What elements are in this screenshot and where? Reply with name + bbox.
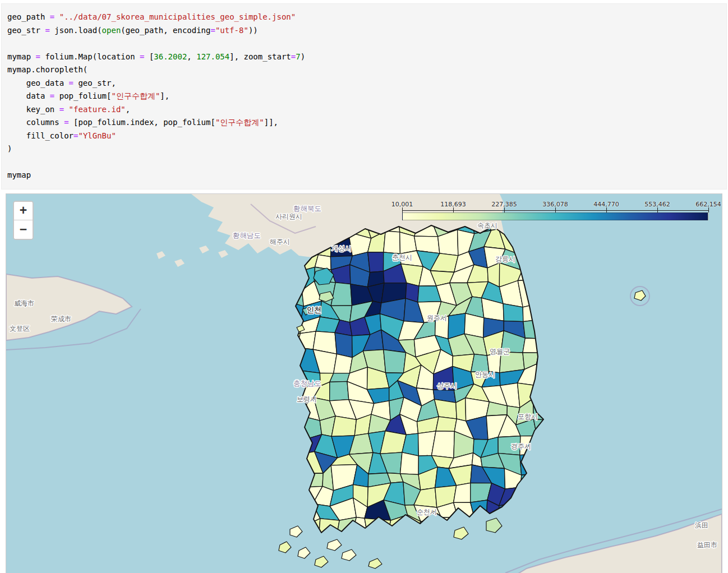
- code-line: key_on = "feature.id",: [7, 103, 721, 117]
- map-label: 원주시: [427, 314, 447, 322]
- map-label: 文登区: [10, 325, 30, 332]
- municipality-region[interactable]: [431, 431, 454, 458]
- code-line: geo_data = geo_str,: [7, 77, 721, 90]
- map-label: 상주시: [437, 382, 457, 390]
- code-line: [7, 37, 721, 50]
- map-output[interactable]: 황해북도사리원시황해남도해주시개성시속초시춘천시강릉시인천원주시威海市荣成市文登…: [6, 193, 722, 573]
- municipality-region[interactable]: [330, 381, 349, 400]
- code-line: [7, 156, 721, 169]
- map-label: 춘천시: [392, 253, 412, 261]
- municipality-region[interactable]: [464, 313, 484, 337]
- code-line: columns = [pop_folium.index, pop_folium[…: [7, 116, 721, 130]
- municipality-region[interactable]: [471, 354, 489, 372]
- map-label: 荣成市: [51, 315, 71, 323]
- code-line: geo_str = json.load(open(geo_path, encod…: [7, 24, 721, 38]
- zoom-control: + −: [13, 201, 34, 240]
- map-label: 해주시: [270, 238, 290, 246]
- map-label: 충청남도: [293, 379, 321, 387]
- notebook-page: geo_path = "../data/07_skorea_municipali…: [0, 3, 728, 573]
- municipality-region[interactable]: [334, 354, 352, 373]
- map-label: 순천시: [417, 508, 437, 516]
- map-label: 인천: [307, 306, 321, 314]
- map-label: 강릉시: [495, 255, 515, 263]
- code-line: geo_path = "../data/07_skorea_municipali…: [7, 11, 721, 24]
- zoom-out-button[interactable]: −: [14, 220, 33, 239]
- map-label: 포항시: [518, 413, 538, 420]
- municipality-region[interactable]: [368, 252, 384, 272]
- map-label: 사리원시: [275, 212, 302, 220]
- municipality-region[interactable]: [330, 373, 349, 382]
- municipality-region[interactable]: [503, 303, 523, 321]
- code-line: mymap: [7, 169, 721, 182]
- zoom-in-button[interactable]: +: [14, 202, 33, 220]
- municipality-region[interactable]: [384, 231, 400, 254]
- map-label: 개성시: [331, 244, 352, 252]
- map-label: 益田市: [697, 541, 717, 549]
- municipality-region[interactable]: [454, 483, 471, 502]
- code-cell[interactable]: geo_path = "../data/07_skorea_municipali…: [1, 3, 727, 190]
- code-line: mymap = folium.Map(location = [36.2002, …: [7, 50, 721, 64]
- map-label: 황해북도: [293, 204, 321, 212]
- municipality-region[interactable]: [384, 349, 406, 373]
- code-line: mymap.choropleth(: [7, 63, 721, 77]
- map-label: 경주시: [511, 442, 531, 450]
- code-line: fill_color="YlGnBu": [7, 130, 721, 143]
- code-lines: geo_path = "../data/07_skorea_municipali…: [7, 11, 721, 182]
- municipality-region[interactable]: [436, 417, 457, 431]
- code-line: ): [7, 142, 721, 156]
- map-label: 안동시: [475, 371, 495, 378]
- choropleth-legend: 10,001118,693227,385336,078444,770553,46…: [397, 201, 714, 224]
- choropleth-map[interactable]: 황해북도사리원시황해남도해주시개성시속초시춘천시강릉시인천원주시威海市荣成市文登…: [6, 194, 722, 573]
- code-line: data = pop_folium["인구수합계"],: [7, 90, 721, 103]
- map-label: 浜田: [695, 521, 708, 529]
- legend-color-bar: [402, 212, 708, 220]
- legend-axis-line: [402, 210, 708, 211]
- map-label: 보령시: [297, 395, 317, 403]
- map-label: 영월군: [490, 348, 510, 355]
- municipality-region[interactable]: [331, 416, 356, 436]
- municipality-region[interactable]: [335, 332, 352, 357]
- municipality-region[interactable]: [400, 452, 419, 474]
- legend-tick-mark: [708, 207, 709, 212]
- map-label: 황해남도: [233, 231, 261, 239]
- map-label: 威海市: [14, 299, 34, 307]
